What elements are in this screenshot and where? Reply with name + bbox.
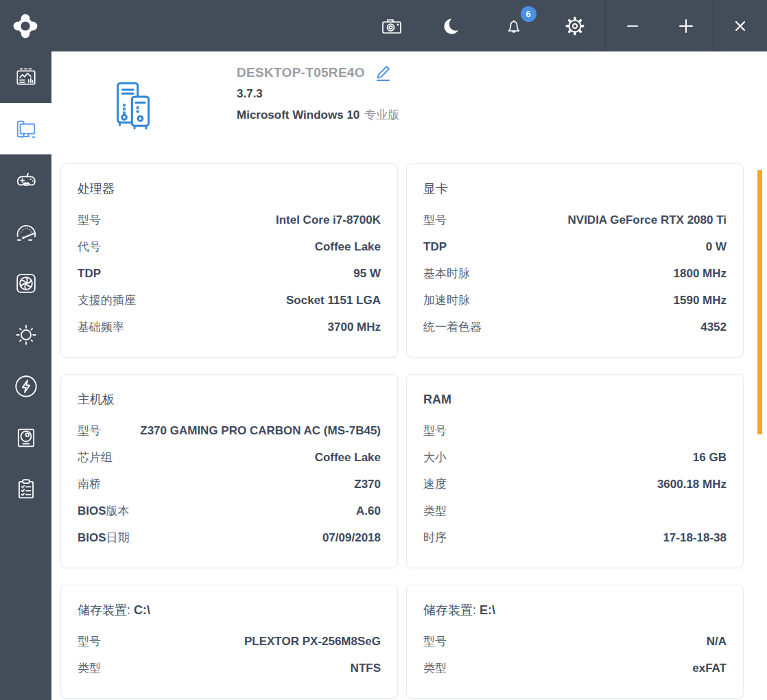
spec-card: 显卡 型号NVIDIA GeForce RTX 2080 TiTDP0 W基本时… <box>406 163 744 358</box>
spec-value: 3600.18 MHz <box>456 477 727 491</box>
spec-label: 大小 <box>423 450 447 465</box>
spec-value: 16 GB <box>456 450 727 465</box>
spec-row: 型号Z370 GAMING PRO CARBON AC (MS-7B45) <box>78 417 381 444</box>
spec-row: 基本时脉1800 MHz <box>423 260 727 287</box>
card-title: 处理器 <box>78 180 381 197</box>
card-title: 储存装置: C:\ <box>78 602 381 618</box>
title-bar: 6 <box>0 0 767 51</box>
close-button[interactable] <box>713 0 767 51</box>
spec-row: 类型exFAT <box>423 655 727 681</box>
spec-row: 代号Coffee Lake <box>78 233 381 260</box>
spec-value: PLEXTOR PX-256M8SeG <box>110 634 381 649</box>
edit-hostname-button[interactable] <box>373 62 394 83</box>
spec-row: TDP95 W <box>78 260 381 287</box>
hostname: DESKTOP-T05RE4O <box>237 65 365 80</box>
spec-label: 支援的插座 <box>78 293 136 307</box>
spec-label: TDP <box>78 266 101 281</box>
maximize-button[interactable] <box>659 0 713 51</box>
spec-value: exFAT <box>456 661 727 675</box>
spec-row: BIOS版本A.60 <box>78 498 381 524</box>
sidebar-item-lighting[interactable] <box>0 309 51 360</box>
pencil-icon <box>373 62 394 83</box>
spec-row: 时序17-18-18-38 <box>423 524 727 551</box>
spec-label: 芯片组 <box>78 450 113 465</box>
games-controller-icon <box>13 167 39 194</box>
spec-value: 1800 MHz <box>480 266 727 281</box>
spec-value: NVIDIA GeForce RTX 2080 Ti <box>456 213 727 227</box>
sidebar-item-dashboard[interactable] <box>0 51 51 103</box>
spec-row: 型号Intel Core i7-8700K <box>78 207 381 233</box>
sidebar-item-cooler[interactable] <box>0 412 51 463</box>
spec-row: 型号 <box>423 417 727 444</box>
spec-label: 型号 <box>423 213 447 227</box>
spec-row: 基础频率3700 MHz <box>78 314 381 340</box>
settings-gear-icon[interactable] <box>544 0 605 51</box>
sidebar-item-cooling[interactable] <box>0 257 51 309</box>
sidebar-item-pc-specs[interactable] <box>0 103 51 154</box>
spec-row: 统一着色器4352 <box>423 314 727 340</box>
spec-value: Z370 GAMING PRO CARBON AC (MS-7B45) <box>110 423 381 438</box>
spec-value <box>456 504 727 518</box>
spec-label: 代号 <box>78 240 101 254</box>
spec-row: 速度3600.18 MHz <box>423 471 727 498</box>
spec-card: 储存装置: E:\ 型号N/A类型exFAT <box>406 585 744 699</box>
spec-label: TDP <box>423 240 447 254</box>
spec-value: A.60 <box>139 504 381 518</box>
spec-row: 南桥Z370 <box>78 471 381 498</box>
spec-row: 加速时脉1590 MHz <box>423 287 727 314</box>
spec-value: 95 W <box>110 266 381 281</box>
sidebar-item-power[interactable] <box>0 360 51 412</box>
app-version: 3.7.3 <box>237 83 399 104</box>
dark-mode-moon-icon[interactable] <box>422 0 483 51</box>
spec-value: 17-18-18-38 <box>456 530 727 545</box>
minimize-button[interactable] <box>606 0 659 51</box>
spec-value: Intel Core i7-8700K <box>110 213 381 227</box>
spec-row: BIOS日期07/09/2018 <box>78 524 381 551</box>
spec-row: 类型NTFS <box>78 655 381 681</box>
spec-card: 主机板 型号Z370 GAMING PRO CARBON AC (MS-7B45… <box>60 374 398 568</box>
spec-label: 时序 <box>423 530 447 545</box>
sidebar-item-benchmark[interactable] <box>0 206 51 257</box>
spec-label: 统一着色器 <box>423 320 482 334</box>
spec-label: 型号 <box>78 634 101 649</box>
dashboard-icon <box>14 65 38 90</box>
scrollbar-thumb[interactable] <box>757 170 762 434</box>
spec-value: 1590 MHz <box>480 293 727 307</box>
spec-value: N/A <box>456 634 727 649</box>
notifications-bell-icon[interactable]: 6 <box>483 0 544 51</box>
spec-value: 07/09/2018 <box>139 530 381 545</box>
spec-value: NTFS <box>110 661 381 675</box>
spec-label: 类型 <box>423 661 447 675</box>
card-title: 显卡 <box>423 180 727 197</box>
spec-row: 型号PLEXTOR PX-256M8SeG <box>78 628 381 655</box>
cooler-icon <box>13 425 39 451</box>
spec-label: 型号 <box>78 213 101 227</box>
sidebar-item-specs-list[interactable] <box>0 463 51 515</box>
spec-row: TDP0 W <box>423 233 727 260</box>
spec-value: Coffee Lake <box>110 240 381 254</box>
os-name: Microsoft Windows 10 <box>237 108 359 122</box>
spec-value: Coffee Lake <box>122 450 381 465</box>
spec-value <box>456 423 727 438</box>
spec-label: 基础频率 <box>78 320 124 334</box>
main-content: DESKTOP-T05RE4O 3.7.3 Microsoft Windows … <box>51 51 767 700</box>
spec-value: 4352 <box>491 320 727 334</box>
spec-row: 类型 <box>423 498 727 524</box>
screenshot-camera-icon[interactable] <box>361 0 422 51</box>
card-title: RAM <box>423 391 727 408</box>
spec-row: 芯片组Coffee Lake <box>78 444 381 471</box>
sidebar-item-games[interactable] <box>0 154 51 206</box>
spec-label: 型号 <box>423 423 447 438</box>
spec-label: 类型 <box>78 661 101 675</box>
cam-logo-icon <box>12 12 39 40</box>
pc-towers-icon <box>115 79 156 134</box>
spec-label: 速度 <box>423 477 447 491</box>
spec-label: 型号 <box>78 423 101 438</box>
spec-card: RAM 型号大小16 GB速度3600.18 MHz类型时序17-18-18-3… <box>406 374 744 568</box>
spec-card: 处理器 型号Intel Core i7-8700K代号Coffee LakeTD… <box>60 163 398 358</box>
spec-value: 3700 MHz <box>134 320 381 334</box>
spec-row: 大小16 GB <box>423 444 727 471</box>
spec-card: 储存装置: C:\ 型号PLEXTOR PX-256M8SeG类型NTFS <box>60 585 398 699</box>
spec-row: 型号N/A <box>423 628 727 655</box>
fan-cooling-icon <box>13 270 39 296</box>
